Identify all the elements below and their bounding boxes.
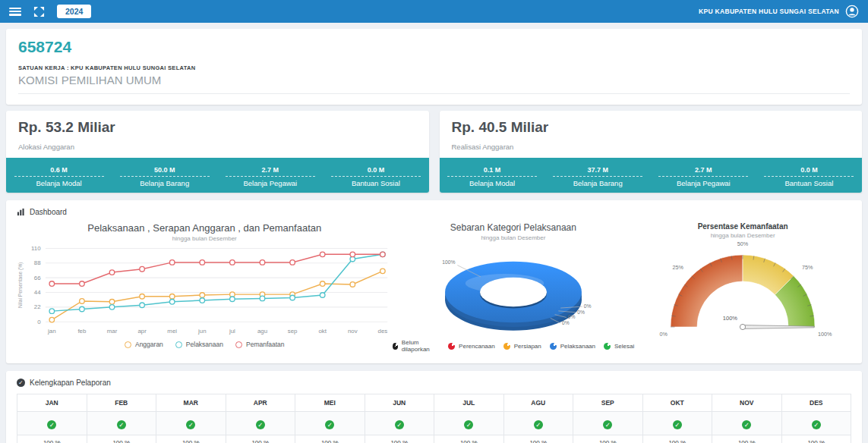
svg-text:66: 66 [34, 275, 41, 281]
percent-cell: 100 % [17, 435, 87, 443]
legend-item-pelaksanaan[interactable]: Pelaksanaan [175, 341, 223, 348]
svg-text:0: 0 [37, 319, 41, 325]
breakdown-value: 50.0 M [120, 166, 210, 177]
status-cell: ✓ [712, 412, 782, 435]
donut-chart-title: Sebaran Kategori Pelaksanaan [450, 222, 576, 233]
check-circle-green-icon: ✓ [325, 420, 334, 429]
status-cell: ✓ [781, 412, 851, 435]
svg-text:44: 44 [34, 289, 41, 296]
breakdown-label: Belanja Pegawai [651, 179, 756, 187]
realisasi-label: Realisasi Anggaran [452, 143, 851, 151]
svg-text:100%: 100% [442, 259, 455, 265]
menu-toggle-button[interactable] [9, 8, 21, 16]
breakdown-label: Bantuan Sosial [756, 179, 862, 187]
user-menu[interactable]: KPU KABUPATEN HULU SUNGAI SELATAN [699, 5, 859, 18]
percent-cell: 100 % [226, 435, 295, 443]
bar-chart-icon [17, 208, 25, 216]
svg-text:Nilai Persentase (%): Nilai Persentase (%) [17, 262, 24, 308]
month-header: MAR [156, 394, 226, 412]
belum-dilaporkan-pie-icon [393, 343, 398, 350]
breakdown-value: 0.0 M [331, 166, 421, 177]
status-cell: ✓ [365, 412, 434, 435]
svg-text:des: des [378, 328, 388, 335]
breakdown-item: 37.7 M Belanja Barang [545, 162, 651, 187]
gauge-chart-title: Persentase Kemanfaatan [698, 222, 788, 231]
anggaran-marker-icon [125, 341, 131, 348]
realisasi-amount: Rp. 40.5 Miliar [452, 119, 851, 136]
percent-cell: 100 % [503, 435, 573, 443]
dashboard-card: Dashboard Pelaksanaan , Serapan Anggaran… [6, 200, 862, 363]
status-icon-row: ✓ ✓ ✓ ✓ ✓ ✓ ✓ ✓ ✓ ✓ ✓ ✓ [17, 412, 851, 435]
breakdown-value: 0.1 M [447, 166, 537, 177]
check-circle-green-icon: ✓ [117, 420, 126, 429]
donut-chart[interactable]: 100%0%0%0%0% [412, 241, 615, 337]
reporting-card: ✓ Kelengkapan Pelaporan JAN FEB MAR APR … [6, 371, 862, 443]
legend-item-perencanaan[interactable]: Perencanaan [448, 343, 495, 350]
month-header: JAN [17, 394, 87, 412]
svg-text:0%: 0% [584, 303, 592, 309]
satker-name: KOMISI PEMILIHAN UMUM [18, 74, 850, 94]
month-header: NOV [712, 394, 782, 412]
status-cell: ✓ [642, 412, 712, 435]
satker-code: 658724 [18, 38, 850, 56]
breakdown-item: 0.6 M Belanja Modal [6, 162, 112, 187]
percent-cell: 100 % [434, 435, 504, 443]
check-circle-green-icon: ✓ [464, 420, 473, 429]
line-chart-subtitle: hingga bulan Desember [17, 235, 393, 242]
realisasi-breakdown: 0.1 M Belanja Modal 37.7 M Belanja Baran… [440, 158, 863, 193]
check-circle-green-icon: ✓ [742, 420, 751, 429]
breakdown-label: Belanja Barang [545, 179, 651, 187]
top-navbar: 2024 KPU KABUPATEN HULU SUNGAI SELATAN [0, 0, 868, 23]
year-selector-button[interactable]: 2024 [57, 5, 91, 18]
month-header: OKT [642, 394, 712, 412]
breakdown-item: 0.0 M Bantuan Sosial [323, 162, 428, 187]
breakdown-item: 50.0 M Belanja Barang [112, 162, 217, 187]
status-cell: ✓ [434, 412, 504, 435]
percent-cell: 100 % [365, 435, 434, 443]
reporting-section-title: Kelengkapan Pelaporan [30, 379, 111, 387]
percent-cell: 100 % [156, 435, 226, 443]
breakdown-item: 2.7 M Belanja Pegawai [217, 162, 323, 187]
legend-item-anggaran[interactable]: Anggaran [125, 341, 163, 348]
legend-item-pelaksanaan[interactable]: Pelaksanaan [550, 343, 595, 350]
month-header: JUN [365, 394, 434, 412]
month-header: DES [781, 394, 851, 412]
gauge-chart-subtitle: hingga bulan Desember [711, 232, 775, 239]
svg-text:agu: agu [257, 328, 267, 335]
gauge-chart[interactable]: 0%25%50%75%100%100% [648, 239, 838, 341]
dashboard-section-title: Dashboard [30, 208, 67, 216]
svg-text:nov: nov [348, 328, 358, 335]
gauge-chart-panel: Persentase Kemanfaatan hingga bulan Dese… [634, 222, 851, 341]
breakdown-label: Bantuan Sosial [323, 179, 428, 187]
svg-text:mei: mei [167, 328, 177, 335]
donut-chart-legend: Belum dilaporkan Perencanaan Persiapan [393, 339, 635, 353]
fullscreen-button[interactable] [33, 6, 45, 17]
persiapan-pie-icon [503, 343, 510, 350]
svg-text:0%: 0% [562, 320, 570, 325]
user-avatar-icon [845, 5, 859, 18]
svg-text:100%: 100% [818, 331, 832, 338]
svg-text:0%: 0% [568, 314, 576, 319]
user-org-label: KPU KABUPATEN HULU SUNGAI SELATAN [699, 8, 839, 15]
percent-cell: 100 % [87, 435, 156, 443]
month-header-row: JAN FEB MAR APR MEI JUN JUL AGU SEP OKT … [17, 394, 851, 412]
legend-item-belum-dilaporkan[interactable]: Belum dilaporkan [393, 339, 440, 353]
legend-item-persiapan[interactable]: Persiapan [503, 343, 541, 350]
svg-text:50%: 50% [737, 240, 749, 247]
status-cell: ✓ [295, 412, 365, 435]
expand-icon [33, 6, 45, 17]
legend-item-selesai[interactable]: Selesai [604, 343, 634, 350]
breakdown-item: 0.1 M Belanja Modal [440, 162, 545, 187]
pelaksanaan-marker-icon [175, 341, 182, 348]
reporting-table: JAN FEB MAR APR MEI JUN JUL AGU SEP OKT … [17, 394, 851, 443]
month-header: AGU [503, 394, 573, 412]
svg-text:75%: 75% [802, 264, 813, 271]
legend-item-pemanfaatan[interactable]: Pemanfaatan [235, 341, 285, 348]
alokasi-breakdown: 0.6 M Belanja Modal 50.0 M Belanja Baran… [6, 158, 429, 193]
perencanaan-pie-icon [448, 343, 455, 350]
status-cell: ✓ [17, 412, 87, 435]
breakdown-label: Belanja Barang [112, 179, 217, 187]
line-chart[interactable]: 022446688110Nilai Persentase (%)janfebma… [17, 242, 393, 339]
svg-text:25%: 25% [673, 264, 684, 271]
percent-cell: 100 % [573, 435, 643, 443]
